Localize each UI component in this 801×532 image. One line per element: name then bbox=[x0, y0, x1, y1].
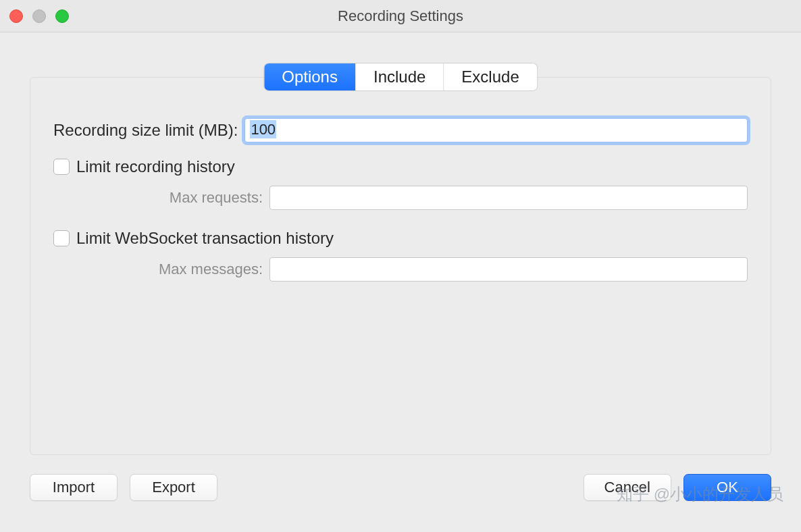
limit-recording-history-checkbox[interactable] bbox=[53, 159, 70, 175]
button-bar: Import Export Cancel OK bbox=[30, 474, 771, 501]
tab-exclude[interactable]: Exclude bbox=[443, 63, 536, 90]
max-requests-label: Max requests: bbox=[80, 189, 263, 207]
zoom-window-button[interactable] bbox=[55, 9, 69, 23]
max-messages-input[interactable] bbox=[269, 257, 748, 282]
recording-size-limit-label: Recording size limit (MB): bbox=[53, 121, 238, 140]
import-button[interactable]: Import bbox=[30, 474, 118, 501]
tab-include[interactable]: Include bbox=[355, 63, 443, 90]
ok-button[interactable]: OK bbox=[683, 474, 771, 501]
limit-websocket-history-label: Limit WebSocket transaction history bbox=[76, 229, 334, 248]
max-messages-label: Max messages: bbox=[80, 261, 263, 278]
recording-size-limit-input[interactable] bbox=[244, 118, 748, 142]
limit-recording-history-label: Limit recording history bbox=[76, 157, 235, 176]
export-button[interactable]: Export bbox=[130, 474, 217, 501]
title-bar: Recording Settings bbox=[0, 0, 801, 32]
settings-panel: Options Include Exclude Recording size l… bbox=[30, 77, 771, 455]
limit-websocket-history-checkbox[interactable] bbox=[53, 230, 70, 246]
close-window-button[interactable] bbox=[9, 9, 23, 23]
tab-bar: Options Include Exclude bbox=[264, 63, 537, 90]
cancel-button[interactable]: Cancel bbox=[584, 474, 671, 501]
max-requests-input[interactable] bbox=[269, 186, 748, 210]
traffic-lights bbox=[9, 9, 69, 23]
tab-options[interactable]: Options bbox=[264, 63, 355, 90]
window-title: Recording Settings bbox=[0, 7, 801, 25]
minimize-window-button[interactable] bbox=[32, 9, 46, 23]
